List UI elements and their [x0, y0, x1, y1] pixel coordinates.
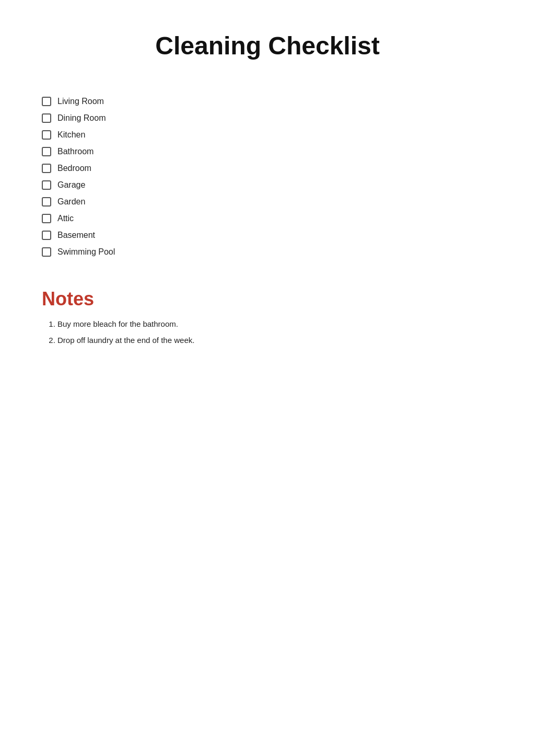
checkbox-icon[interactable]	[42, 130, 51, 140]
checkbox-icon[interactable]	[42, 113, 51, 123]
checklist-item-label: Basement	[57, 231, 95, 240]
notes-title: Notes	[42, 288, 493, 310]
checkbox-icon[interactable]	[42, 97, 51, 106]
checklist-item[interactable]: Basement	[42, 231, 493, 240]
checkbox-icon[interactable]	[42, 197, 51, 207]
notes-list: Buy more bleach for the bathroom.Drop of…	[42, 318, 493, 346]
checkbox-icon[interactable]	[42, 231, 51, 240]
notes-list-item: Buy more bleach for the bathroom.	[57, 318, 493, 330]
checkbox-icon[interactable]	[42, 164, 51, 173]
checklist-item[interactable]: Swimming Pool	[42, 247, 493, 257]
checkbox-icon[interactable]	[42, 147, 51, 156]
checklist-item[interactable]: Bathroom	[42, 147, 493, 156]
checkbox-icon[interactable]	[42, 180, 51, 190]
page-title: Cleaning Checklist	[42, 31, 493, 60]
checklist-item-label: Garden	[57, 197, 85, 207]
checklist-item[interactable]: Bedroom	[42, 164, 493, 173]
checklist-section: Living RoomDining RoomKitchenBathroomBed…	[42, 97, 493, 257]
checklist-item-label: Swimming Pool	[57, 247, 115, 257]
notes-section: Notes Buy more bleach for the bathroom.D…	[42, 288, 493, 346]
notes-list-item: Drop off laundry at the end of the week.	[57, 335, 493, 347]
checklist-item-label: Kitchen	[57, 130, 85, 140]
checklist-item[interactable]: Kitchen	[42, 130, 493, 140]
checklist-item-label: Bedroom	[57, 164, 91, 173]
checklist-item[interactable]: Living Room	[42, 97, 493, 106]
checkbox-icon[interactable]	[42, 247, 51, 257]
checklist-item-label: Attic	[57, 214, 74, 223]
checklist-item-label: Bathroom	[57, 147, 94, 156]
checklist-item[interactable]: Garage	[42, 180, 493, 190]
checkbox-icon[interactable]	[42, 214, 51, 223]
checklist-item-label: Living Room	[57, 97, 104, 106]
checklist-item-label: Dining Room	[57, 113, 106, 123]
checklist-item-label: Garage	[57, 180, 85, 190]
checklist-item[interactable]: Garden	[42, 197, 493, 207]
checklist-item[interactable]: Dining Room	[42, 113, 493, 123]
checklist-item[interactable]: Attic	[42, 214, 493, 223]
